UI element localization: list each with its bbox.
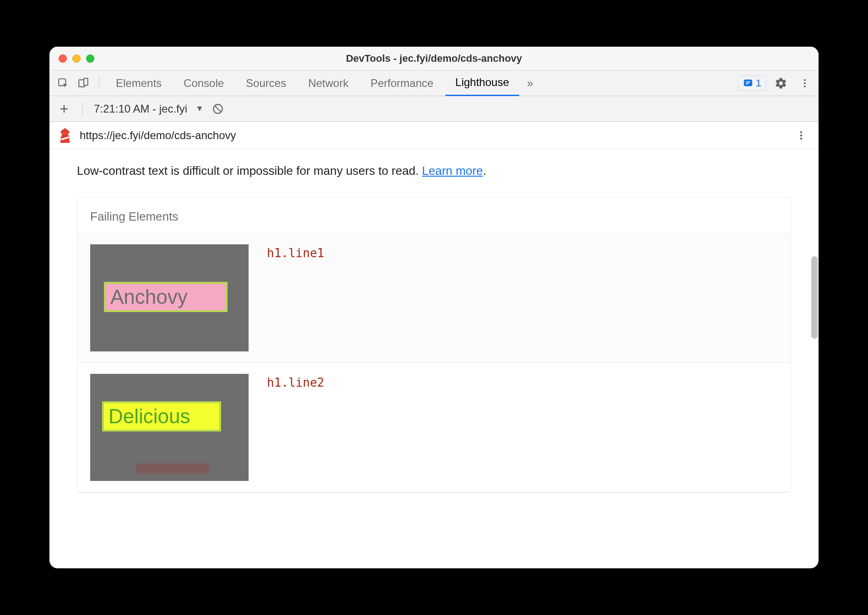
element-screenshot: Delicious <box>90 374 249 481</box>
clear-icon[interactable] <box>212 103 224 115</box>
dropdown-caret-icon: ▼ <box>195 104 204 113</box>
svg-rect-8 <box>62 133 68 135</box>
devtools-tabstrip: Elements Console Sources Network Perform… <box>49 70 819 96</box>
devtools-window: DevTools - jec.fyi/demo/cds-anchovy Elem… <box>49 47 819 568</box>
traffic-lights <box>49 54 94 63</box>
kebab-menu-icon[interactable] <box>796 74 814 92</box>
tab-sources[interactable]: Sources <box>236 70 296 96</box>
scrollbar-thumb[interactable] <box>811 256 818 339</box>
lighthouse-logo-icon <box>59 128 71 143</box>
issues-badge[interactable]: 1 <box>738 76 766 91</box>
report-select[interactable]: 7:21:10 AM - jec.fyi ▼ <box>94 102 204 115</box>
background-element <box>136 464 209 474</box>
more-tabs-icon[interactable]: » <box>521 74 539 92</box>
minimize-icon[interactable] <box>72 54 81 63</box>
tab-network[interactable]: Network <box>298 70 358 96</box>
report-select-label: 7:21:10 AM - jec.fyi <box>94 102 187 115</box>
panel-title: Failing Elements <box>77 198 791 233</box>
highlight-box: Anchovy <box>104 282 228 312</box>
svg-rect-3 <box>744 80 752 86</box>
maximize-icon[interactable] <box>86 54 94 63</box>
svg-point-4 <box>804 79 806 81</box>
element-screenshot: Anchovy <box>90 244 249 351</box>
device-toolbar-icon[interactable] <box>74 74 92 92</box>
settings-icon[interactable] <box>772 74 790 92</box>
window-title: DevTools - jec.fyi/demo/cds-anchovy <box>49 53 819 65</box>
divider <box>82 102 83 116</box>
report-menu-icon[interactable] <box>793 127 809 144</box>
svg-point-10 <box>800 134 802 136</box>
issues-count: 1 <box>756 77 761 89</box>
element-selector: h1.line2 <box>267 374 324 481</box>
close-icon[interactable] <box>59 54 67 63</box>
report-url-bar: https://jec.fyi/demo/cds-anchovy <box>49 122 819 149</box>
audit-description: Low-contrast text is difficult or imposs… <box>77 164 791 178</box>
report-content: Low-contrast text is difficult or imposs… <box>49 149 819 568</box>
element-selector: h1.line1 <box>267 244 324 351</box>
failing-elements-panel: Failing Elements Anchovy h1.line1 Delici… <box>77 197 791 493</box>
titlebar: DevTools - jec.fyi/demo/cds-anchovy <box>49 47 819 70</box>
tab-elements[interactable]: Elements <box>106 70 172 96</box>
learn-more-link[interactable]: Learn more <box>422 164 483 178</box>
tab-lighthouse[interactable]: Lighthouse <box>445 70 519 96</box>
svg-point-6 <box>804 86 806 87</box>
tab-performance[interactable]: Performance <box>360 70 443 96</box>
divider <box>99 76 99 90</box>
new-report-icon[interactable] <box>57 102 71 116</box>
highlight-box: Delicious <box>102 401 221 432</box>
lighthouse-toolbar: 7:21:10 AM - jec.fyi ▼ <box>49 96 819 122</box>
failing-element-row[interactable]: Delicious h1.line2 <box>77 363 791 492</box>
svg-rect-2 <box>84 78 88 85</box>
svg-point-9 <box>800 131 802 133</box>
svg-point-11 <box>800 137 802 139</box>
inspect-element-icon[interactable] <box>54 74 72 92</box>
report-url: https://jec.fyi/demo/cds-anchovy <box>80 129 236 142</box>
svg-point-5 <box>804 82 806 84</box>
tab-console[interactable]: Console <box>174 70 234 96</box>
failing-element-row[interactable]: Anchovy h1.line1 <box>77 233 791 363</box>
